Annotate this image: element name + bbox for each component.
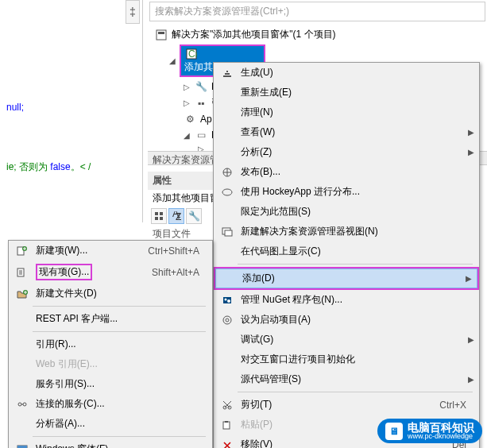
menu-item[interactable]: 分析(Z)▶ [214,142,479,162]
blank-icon [220,126,234,139]
menu-label: 清理(N) [241,106,473,119]
chevron-right-icon: ▶ [468,375,474,384]
menu-item[interactable]: 在代码图上显示(C) [214,241,479,261]
svg-text:C#: C# [188,48,197,60]
svg-point-18 [226,319,229,322]
menu-item[interactable]: 清理(N) [214,102,479,122]
blank-icon [15,418,29,431]
blank-icon [220,106,234,119]
expand-icon[interactable]: ▷ [183,99,191,107]
menu-item[interactable]: 设为启动项目(A) [214,310,479,330]
menu-item[interactable]: 源代码管理(S)▶ [214,369,479,389]
chevron-right-icon: ▶ [468,148,474,156]
menu-label: 源代码管理(S) [241,373,473,386]
solution-label: 解决方案"添加其他项目窗体"(1 个项目) [172,28,336,41]
watermark-cn: 电脑百科知识 [408,422,474,433]
code-comment-suffix: 。< / [71,161,91,172]
menu-item[interactable]: 分析器(A)... [9,414,212,434]
menu-label: 分析器(A)... [36,417,206,431]
menu-label: Web 引用(E)... [36,357,206,371]
menu-item[interactable]: 发布(B)... [214,162,479,182]
blank-icon [220,206,234,218]
menu-item: Web 引用(E)... [9,354,212,374]
menu-item[interactable]: 引用(R)... [9,334,212,354]
build-icon [220,67,234,79]
menu-label: 现有项(G)... [39,266,89,277]
blank-icon [15,378,29,391]
svg-rect-21 [223,422,230,429]
menu-item[interactable]: REST API 客户端... [9,309,212,329]
new-folder-icon [15,288,29,300]
categorized-button[interactable] [151,208,167,224]
watermark-en: www.pc-dknowledge [408,433,474,440]
menu-item[interactable]: 重新生成(E) [214,83,479,102]
menu-item[interactable]: 现有项(G)...Shift+Alt+A [9,261,212,284]
menu-item[interactable]: 调试(G)▶ [214,330,479,350]
code-false: false [50,161,70,172]
menu-item[interactable]: 查看(W)▶ [214,122,479,142]
config-icon: ⚙ [183,113,197,126]
remove-icon [220,438,234,449]
menu-item[interactable]: 新建解决方案资源管理器视图(N) [214,222,479,241]
code-editor: ‡ null; ie; 否则为 false。< / [0,0,143,222]
connected-service-icon [15,398,29,411]
menu-item[interactable]: 连接的服务(C)... [9,394,212,414]
new-explorer-icon [220,226,234,238]
menu-label: 分析(Z) [241,145,473,159]
menu-label: 发布(B)... [241,165,473,179]
svg-rect-6 [155,217,158,220]
menu-label: 在代码图上显示(C) [241,245,473,258]
menu-item[interactable]: 服务引用(S)... [9,374,212,394]
chevron-right-icon: ▶ [466,274,472,283]
svg-rect-31 [17,446,27,448]
watermark-icon: 🖥 [385,423,403,440]
menu-item[interactable]: 使用 HockeyApp 进行分布... [214,182,479,202]
references-icon: ▪▪ [194,97,208,110]
csharp-project-icon: C# [184,48,199,60]
menu-label: 调试(G) [241,333,473,346]
form-icon: ▭ [194,129,208,141]
wrench-button[interactable]: 🔧 [186,208,202,224]
blank-icon [220,245,234,258]
wrench-icon: 🔧 [194,80,208,93]
menu-label: REST API 客户端... [36,312,206,326]
solution-node[interactable]: 解决方案"添加其他项目窗体"(1 个项目) [154,26,481,43]
svg-rect-4 [155,212,158,215]
menu-label: 剪切(T) [241,398,433,411]
menu-item[interactable]: 剪切(T)Ctrl+X [214,395,479,415]
menu-item[interactable]: 添加(D)▶ [215,268,477,288]
expand-icon[interactable]: ▷ [183,83,191,91]
search-input[interactable]: 搜索解决方案资源管理器(Ctrl+;) [149,2,485,21]
menu-label: 新建文件夹(D) [36,287,206,300]
menu-item[interactable]: 新建文件夹(D) [9,284,212,303]
menu-label: 引用(R)... [36,338,206,351]
menu-item[interactable]: 限定为此范围(S) [214,202,479,222]
menu-label: 服务引用(S)... [36,377,206,391]
alphabetical-button[interactable]: AZ [168,208,184,224]
startup-icon [220,314,234,326]
publish-icon [220,166,234,179]
svg-point-17 [223,316,231,324]
hockeyapp-icon [220,186,234,199]
menu-item[interactable]: 管理 NuGet 程序包(N)... [214,290,479,310]
menu-label: 对交互窗口进行项目初始化 [241,353,473,366]
menu-shortcut: Shift+Alt+A [152,267,206,278]
blank-icon [220,334,234,346]
chevron-right-icon: ▶ [468,128,474,137]
blank-icon [220,373,234,386]
blank-icon [15,338,29,351]
window-icon [15,443,29,449]
expand-icon[interactable]: ◢ [183,131,191,139]
menu-item[interactable]: 新建项(W)...Ctrl+Shift+A [9,241,212,261]
menu-label: Windows 窗体(F)... [36,442,206,448]
code-null: null; [6,102,24,113]
blank-icon [15,313,29,326]
context-menu-add: 新建项(W)...Ctrl+Shift+A现有项(G)...Shift+Alt+… [8,240,213,448]
blank-icon [15,358,29,371]
menu-item[interactable]: 对交互窗口进行项目初始化 [214,350,479,369]
code-gutter: ‡ [126,0,140,24]
menu-label: 添加(D) [242,272,471,285]
expand-icon[interactable]: ◢ [168,57,176,65]
menu-item[interactable]: Windows 窗体(F)... [9,439,212,448]
menu-item[interactable]: 生成(U) [214,63,479,83]
